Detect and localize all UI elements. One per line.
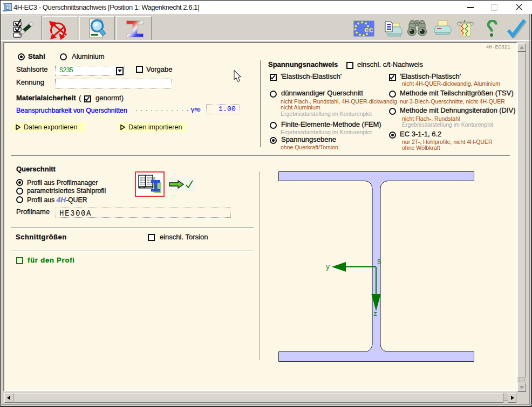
svg-text:y: y [326, 264, 330, 271]
svg-text:S: S [377, 259, 381, 266]
svg-text:z: z [373, 311, 377, 318]
svg-text:ec: ec [364, 26, 373, 35]
